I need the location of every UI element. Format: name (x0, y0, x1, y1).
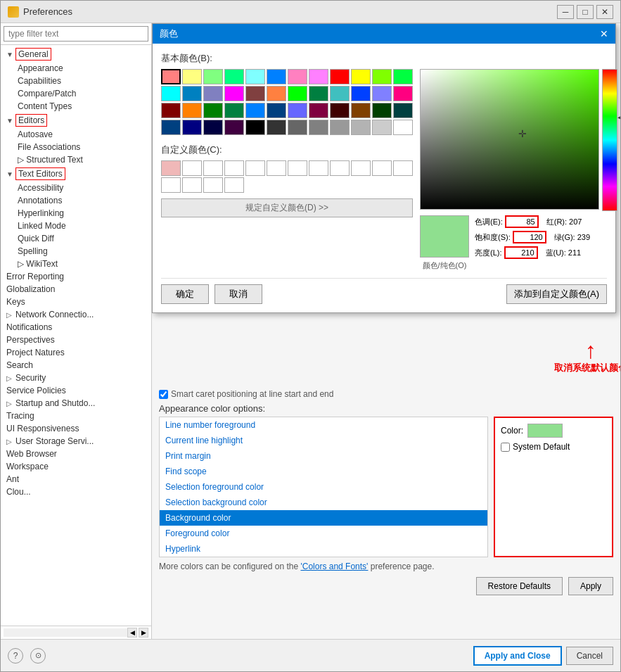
sidebar-item-accessibility[interactable]: Accessibility (1, 182, 151, 194)
sidebar-item-notifications[interactable]: Notifications (1, 321, 151, 334)
apply-button[interactable]: Apply (568, 577, 613, 595)
sidebar-item-perspectives[interactable]: Perspectives (1, 334, 151, 346)
basic-color-swatch[interactable] (224, 69, 244, 84)
custom-color-swatch[interactable] (330, 160, 350, 176)
apply-close-button[interactable]: Apply and Close (473, 646, 562, 666)
color-item-foreground[interactable]: Foreground color (160, 526, 487, 541)
basic-color-swatch[interactable] (224, 103, 244, 118)
sidebar-item-tracing[interactable]: Tracing (1, 410, 151, 422)
color-gradient-area[interactable]: ✛ (420, 69, 599, 210)
color-item-hyperlink[interactable]: Hyperlink (160, 541, 487, 557)
basic-color-swatch[interactable] (309, 86, 328, 101)
custom-color-swatch[interactable] (161, 160, 181, 176)
basic-color-swatch[interactable] (203, 86, 223, 101)
basic-color-swatch[interactable] (351, 120, 371, 135)
basic-color-swatch[interactable] (224, 120, 244, 135)
basic-color-swatch[interactable] (351, 86, 371, 101)
basic-color-swatch[interactable] (161, 69, 181, 84)
sidebar-item-security[interactable]: ▷ Security (1, 372, 151, 384)
basic-color-swatch[interactable] (182, 103, 202, 118)
help-icon[interactable]: ? (8, 648, 23, 664)
sidebar-item-content-types[interactable]: Content Types (1, 100, 151, 113)
color-item-selection-fg[interactable]: Selection foreground color (160, 479, 487, 495)
basic-color-swatch[interactable] (182, 86, 202, 101)
basic-color-swatch[interactable] (393, 103, 413, 118)
basic-color-swatch[interactable] (309, 103, 328, 118)
basic-color-swatch[interactable] (288, 120, 307, 135)
custom-color-swatch[interactable] (224, 177, 244, 193)
sidebar-item-service-policies[interactable]: Service Policies (1, 384, 151, 397)
system-default-checkbox[interactable] (501, 443, 510, 452)
basic-color-swatch[interactable] (351, 103, 371, 118)
basic-color-swatch[interactable] (372, 86, 392, 101)
sidebar-item-capabilities[interactable]: Capabilities (1, 75, 151, 87)
cancel-button[interactable]: 取消 (215, 284, 262, 304)
sidebar-item-workspace[interactable]: Workspace (1, 460, 151, 473)
sidebar-item-text-editors[interactable]: ▼ Text Editors (1, 166, 151, 182)
basic-color-swatch[interactable] (288, 86, 307, 101)
basic-color-swatch[interactable] (161, 120, 181, 135)
custom-color-swatch[interactable] (245, 160, 265, 176)
basic-color-swatch[interactable] (182, 69, 202, 84)
basic-color-swatch[interactable] (203, 69, 223, 84)
basic-color-swatch[interactable] (393, 69, 413, 84)
sidebar-item-keys[interactable]: Keys (1, 296, 151, 308)
custom-color-swatch[interactable] (288, 160, 307, 176)
basic-color-swatch[interactable] (330, 69, 350, 84)
cancel-button[interactable]: Cancel (566, 647, 613, 665)
basic-color-swatch[interactable] (309, 120, 328, 135)
sidebar-item-web-browser[interactable]: Web Browser (1, 448, 151, 460)
dialog-close-button[interactable]: ✕ (600, 28, 608, 39)
basic-color-swatch[interactable] (393, 86, 413, 101)
custom-color-swatch[interactable] (309, 160, 328, 176)
custom-color-swatch[interactable] (203, 177, 223, 193)
sidebar-item-quick-diff[interactable]: Quick Diff (1, 232, 151, 245)
maximize-button[interactable]: □ (577, 5, 594, 19)
basic-color-swatch[interactable] (309, 69, 328, 84)
basic-color-swatch[interactable] (351, 69, 371, 84)
sidebar-item-annotations[interactable]: Annotations (1, 194, 151, 207)
basic-color-swatch[interactable] (330, 86, 350, 101)
custom-color-swatch[interactable] (182, 160, 202, 176)
custom-color-swatch[interactable] (161, 177, 181, 193)
color-item-line-number[interactable]: Line number foreground (160, 417, 487, 433)
custom-color-swatch[interactable] (351, 160, 371, 176)
sidebar-item-ui-responsiveness[interactable]: UI Responsiveness (1, 422, 151, 435)
sidebar-item-cloud-foundry[interactable]: Clou... (1, 486, 151, 498)
scroll-right-btn[interactable]: ▶ (139, 628, 148, 638)
basic-color-swatch[interactable] (161, 86, 181, 101)
sidebar-item-network[interactable]: ▷ Network Connectio... (1, 308, 151, 321)
saturation-input[interactable] (513, 231, 546, 243)
close-button[interactable]: ✕ (596, 5, 613, 19)
basic-color-swatch[interactable] (245, 86, 265, 101)
minimize-button[interactable]: ─ (557, 5, 574, 19)
basic-color-swatch[interactable] (203, 103, 223, 118)
basic-color-swatch[interactable] (203, 120, 223, 135)
info-icon[interactable]: ⊙ (30, 648, 46, 664)
sidebar-item-linked-mode[interactable]: Linked Mode (1, 220, 151, 232)
color-item-selection-bg[interactable]: Selection background color (160, 495, 487, 510)
colors-fonts-link[interactable]: 'Colors and Fonts' (300, 562, 368, 571)
basic-color-swatch[interactable] (245, 69, 265, 84)
basic-color-swatch[interactable] (330, 103, 350, 118)
restore-defaults-button[interactable]: Restore Defaults (476, 577, 563, 595)
custom-color-swatch[interactable] (267, 160, 286, 176)
basic-color-swatch[interactable] (267, 120, 286, 135)
basic-color-swatch[interactable] (330, 120, 350, 135)
add-custom-color-button[interactable]: 规定自定义颜色(D) >> (161, 198, 413, 217)
ok-button[interactable]: 确定 (161, 284, 209, 304)
search-input[interactable] (4, 26, 148, 42)
color-item-print-margin[interactable]: Print margin (160, 448, 487, 464)
sidebar-item-general[interactable]: ▼ General (1, 46, 151, 62)
custom-color-swatch[interactable] (203, 160, 223, 176)
basic-color-swatch[interactable] (372, 69, 392, 84)
sidebar-item-wikitext[interactable]: ▷ WikiText (1, 258, 151, 270)
custom-color-swatch[interactable] (372, 160, 392, 176)
sidebar-item-ant[interactable]: Ant (1, 473, 151, 486)
basic-color-swatch[interactable] (182, 120, 202, 135)
basic-color-swatch[interactable] (372, 103, 392, 118)
color-item-find-scope[interactable]: Find scope (160, 464, 487, 479)
custom-color-swatch[interactable] (182, 177, 202, 193)
custom-color-swatch[interactable] (224, 160, 244, 176)
basic-color-swatch[interactable] (267, 69, 286, 84)
